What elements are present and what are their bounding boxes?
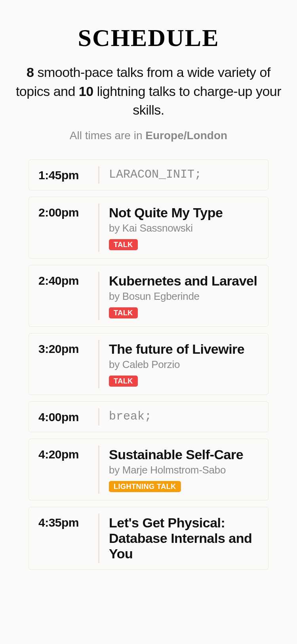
schedule-body: LARACON_INIT; [94,168,259,182]
schedule-body: Sustainable Self-Careby Marje Holmstrom-… [94,447,259,492]
talk-byline: by Caleb Porzio [109,358,259,371]
schedule-time: 2:00pm [38,205,94,250]
lightning-badge: LIGHTNING TALK [109,481,181,492]
talk-title: Sustainable Self-Care [109,447,259,462]
talk-badge: TALK [109,307,138,318]
timezone-prefix: All times are in [70,129,145,142]
schedule-item: 4:35pmLet's Get Physical: Database Inter… [29,507,268,570]
talk-title: Let's Get Physical: Database Internals a… [109,515,259,562]
subtitle: 8 smooth-pace talks from a wide variety … [12,63,285,120]
schedule-item: 2:00pmNot Quite My Typeby Kai Sassnowski… [29,197,268,259]
subtitle-text-2: lightning talks to charge-up your skills… [93,84,281,118]
schedule-item: 4:20pmSustainable Self-Careby Marje Holm… [29,439,268,500]
timezone-value: Europe/London [145,129,227,142]
schedule-body: Let's Get Physical: Database Internals a… [94,515,259,562]
timezone-note: All times are in Europe/London [12,129,285,142]
schedule-code-title: break; [109,410,259,423]
schedule-time: 4:35pm [38,515,94,562]
schedule-code-title: LARACON_INIT; [109,168,259,181]
schedule-item: 2:40pmKubernetes and Laravelby Bosun Egb… [29,265,268,327]
talk-title: Kubernetes and Laravel [109,273,259,289]
schedule-body: Not Quite My Typeby Kai SassnowskiTALK [94,205,259,250]
schedule-body: break; [94,410,259,424]
talk-byline: by Bosun Egberinde [109,290,259,303]
talk-byline: by Kai Sassnowski [109,222,259,234]
schedule-item: 1:45pmLARACON_INIT; [29,159,268,190]
schedule-time: 3:20pm [38,341,94,387]
schedule-time: 4:00pm [38,410,94,424]
schedule-item: 3:20pmThe future of Livewireby Caleb Por… [29,333,268,395]
talk-title: The future of Livewire [109,341,259,357]
schedule-body: The future of Livewireby Caleb PorzioTAL… [94,341,259,387]
talks-count: 8 [27,65,34,80]
lightning-count: 10 [79,84,93,99]
page-title: Schedule [12,24,285,52]
schedule-time: 1:45pm [38,168,94,182]
talk-title: Not Quite My Type [109,205,259,220]
talk-badge: TALK [109,239,138,250]
schedule-time: 2:40pm [38,273,94,318]
schedule-list: 1:45pmLARACON_INIT;2:00pmNot Quite My Ty… [12,159,285,570]
schedule-item: 4:00pmbreak; [29,401,268,432]
talk-byline: by Marje Holmstrom-Sabo [109,464,259,476]
schedule-body: Kubernetes and Laravelby Bosun Egberinde… [94,273,259,318]
schedule-time: 4:20pm [38,447,94,492]
talk-badge: TALK [109,376,138,387]
